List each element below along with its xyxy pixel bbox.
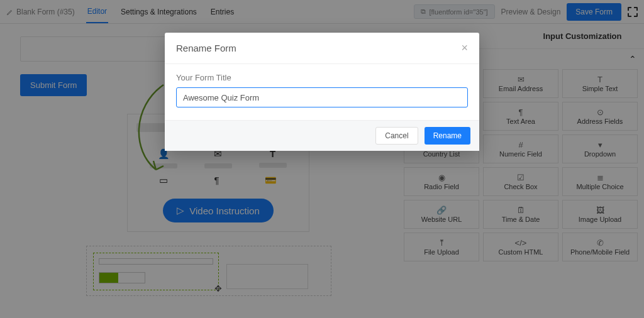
- rename-button[interactable]: Rename: [425, 127, 470, 145]
- modal-title: Rename Form: [176, 43, 236, 53]
- modal-overlay[interactable]: Rename Form × Your Form Title Cancel Ren…: [0, 0, 644, 318]
- modal-input-label: Your Form Title: [176, 73, 468, 82]
- modal-close-button[interactable]: ×: [461, 41, 468, 55]
- rename-form-modal: Rename Form × Your Form Title Cancel Ren…: [165, 33, 479, 151]
- cancel-button[interactable]: Cancel: [375, 127, 418, 145]
- form-title-input[interactable]: [176, 87, 468, 107]
